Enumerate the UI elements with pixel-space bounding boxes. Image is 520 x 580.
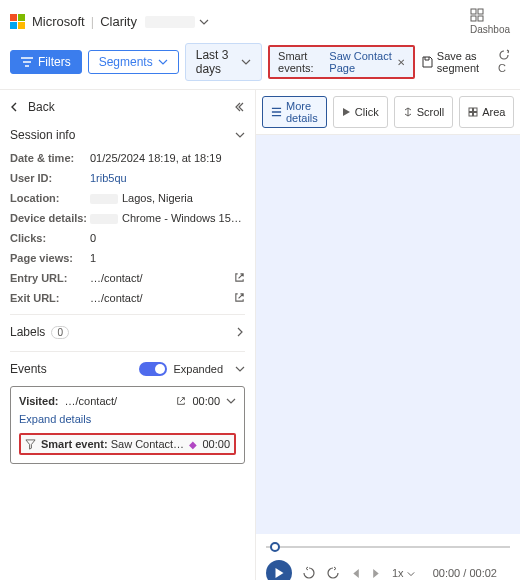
external-link-icon[interactable]: [176, 396, 186, 406]
workspace-selector[interactable]: [145, 16, 209, 28]
external-link-icon[interactable]: [234, 292, 245, 304]
clicks-key: Clicks:: [10, 232, 90, 244]
brand-separator: |: [91, 14, 94, 29]
segments-button[interactable]: Segments: [88, 50, 179, 74]
filters-label: Filters: [38, 55, 71, 69]
datetime-value: 01/25/2024 18:19, at 18:19: [90, 152, 245, 164]
dashboard-label: Dashboa: [470, 24, 510, 35]
events-header: Events Expanded: [10, 351, 245, 382]
labels-section[interactable]: Labels 0: [10, 314, 245, 349]
expand-details-link[interactable]: Expand details: [19, 407, 236, 433]
app-header: Microsoft | Clarity Dashboa: [0, 0, 520, 39]
session-panel: Back Session info Date & time: 01/25/202…: [0, 90, 255, 580]
events-list: Visited: …/contact/ 00:00 Expand details…: [10, 386, 245, 464]
save-icon: [421, 56, 433, 68]
list-icon: [271, 107, 282, 117]
events-toggle-label: Expanded: [173, 363, 223, 375]
clicks-value: 0: [90, 232, 245, 244]
brand: Microsoft | Clarity: [10, 14, 137, 30]
userid-key: User ID:: [10, 172, 90, 184]
svg-rect-5: [474, 108, 478, 112]
svg-rect-6: [469, 113, 473, 117]
header-nav[interactable]: Dashboa: [470, 8, 510, 35]
external-link-icon[interactable]: [234, 272, 245, 284]
timeline-slider[interactable]: [266, 540, 510, 554]
next-button[interactable]: [371, 568, 382, 579]
chevron-down-icon: [158, 57, 168, 67]
copy-button[interactable]: C: [498, 49, 510, 75]
session-info-title: Session info: [10, 128, 75, 142]
smart-event-text: Smart event: Saw Contact Pa…: [41, 438, 184, 450]
scroll-label: Scroll: [417, 106, 445, 118]
visited-time: 00:00: [192, 395, 220, 407]
save-as-segment-button[interactable]: Save as segment: [421, 50, 488, 74]
collapse-icon[interactable]: [233, 101, 245, 113]
svg-rect-2: [471, 16, 476, 21]
views-key: Page views:: [10, 252, 90, 264]
microsoft-logo-icon: [10, 14, 26, 30]
date-range-button[interactable]: Last 3 days: [185, 43, 262, 81]
scroll-heatmap-button[interactable]: Scroll: [394, 96, 454, 128]
smart-event-time: 00:00: [202, 438, 230, 450]
labels-title: Labels: [10, 325, 45, 339]
chevron-down-icon: [241, 57, 251, 67]
events-toggle[interactable]: [139, 362, 167, 376]
events-title: Events: [10, 362, 47, 376]
visited-url: …/contact/: [65, 395, 118, 407]
close-icon[interactable]: ✕: [397, 57, 405, 68]
date-range-label: Last 3 days: [196, 48, 236, 76]
filter-toolbar: Filters Segments Last 3 days Smart event…: [0, 39, 520, 90]
event-smart-event[interactable]: Smart event: Saw Contact Pa… ◆ 00:00: [19, 433, 236, 455]
skip-forward-10-button[interactable]: [326, 566, 340, 580]
play-button[interactable]: [266, 560, 292, 580]
svg-rect-7: [474, 113, 478, 117]
dashboard-icon: [470, 8, 510, 22]
exit-key: Exit URL:: [10, 292, 90, 304]
chevron-down-icon: [235, 364, 245, 374]
more-details-button[interactable]: More details: [262, 96, 327, 128]
segments-label: Segments: [99, 55, 153, 69]
filter-chip-smart-events[interactable]: Smart events: Saw Contact Page ✕: [268, 45, 415, 79]
funnel-icon: [25, 439, 36, 450]
click-label: Click: [355, 106, 379, 118]
row-device: Device details: Chrome - Windows 15…: [10, 208, 245, 228]
session-info-header[interactable]: Session info: [10, 122, 245, 148]
svg-rect-3: [478, 16, 483, 21]
timeline-thumb[interactable]: [270, 542, 280, 552]
chevron-down-icon[interactable]: [226, 396, 236, 406]
click-heatmap-button[interactable]: Click: [333, 96, 388, 128]
area-heatmap-button[interactable]: Area: [459, 96, 514, 128]
svg-rect-0: [471, 9, 476, 14]
prev-button[interactable]: [350, 568, 361, 579]
playback-speed[interactable]: 1x: [392, 567, 415, 579]
row-userid: User ID: 1rib5qu: [10, 168, 245, 188]
svg-rect-1: [478, 9, 483, 14]
visited-label: Visited:: [19, 395, 59, 407]
area-label: Area: [482, 106, 505, 118]
skip-back-10-button[interactable]: [302, 566, 316, 580]
player-controls: 1x 00:00 / 00:02: [256, 534, 520, 580]
filters-button[interactable]: Filters: [10, 50, 82, 74]
entry-value: …/contact/: [90, 272, 234, 284]
row-exit-url: Exit URL: …/contact/: [10, 288, 245, 308]
back-button[interactable]: Back: [10, 96, 245, 122]
grid-icon: [468, 107, 478, 117]
filter-icon: [21, 57, 33, 67]
views-value: 1: [90, 252, 245, 264]
svg-rect-4: [469, 108, 473, 112]
recording-viewport[interactable]: [256, 135, 520, 534]
save-segment-label: Save as segment: [437, 50, 488, 74]
entry-key: Entry URL:: [10, 272, 90, 284]
row-clicks: Clicks: 0: [10, 228, 245, 248]
chevron-left-icon: [10, 102, 20, 112]
event-visited[interactable]: Visited: …/contact/ 00:00: [19, 395, 236, 407]
device-value: Chrome - Windows 15…: [90, 212, 245, 224]
location-value: Lagos, Nigeria: [90, 192, 245, 204]
chevron-down-icon: [199, 17, 209, 27]
chip-label: Smart events:: [278, 50, 325, 74]
playback-time: 00:00 / 00:02: [433, 567, 497, 579]
playback-panel: More details Click Scroll Area: [255, 90, 520, 580]
back-label: Back: [28, 100, 55, 114]
scroll-icon: [403, 107, 413, 117]
userid-value[interactable]: 1rib5qu: [90, 172, 245, 184]
